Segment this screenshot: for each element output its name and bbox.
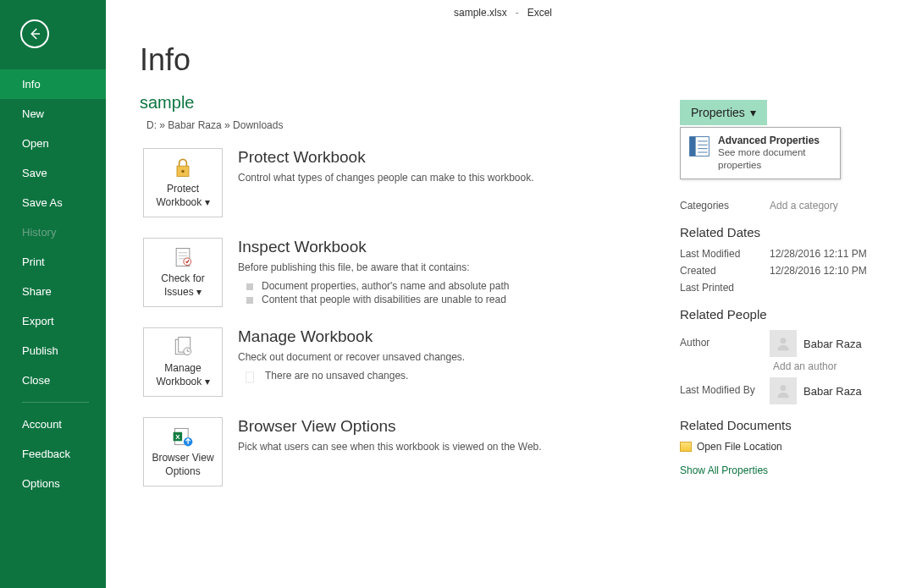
title-bar: sample.xlsx - Excel <box>106 0 900 25</box>
sidebar-item-new[interactable]: New <box>0 99 106 129</box>
sidebar-item-open[interactable]: Open <box>0 129 106 158</box>
properties-dropdown[interactable]: Properties ▾ <box>680 100 767 125</box>
last-modified-row: Last Modified 12/28/2016 12:11 PM <box>680 248 900 260</box>
properties-label: Properties <box>691 106 745 119</box>
inspect-bullet: Content that people with disabilities ar… <box>238 294 663 305</box>
categories-value[interactable]: Add a category <box>770 200 838 212</box>
browser-tile-label: Browser View Options <box>144 452 222 478</box>
last-printed-label: Last Printed <box>680 282 770 294</box>
manage-desc: Check out document or recover unsaved ch… <box>238 349 663 365</box>
related-dates-heading: Related Dates <box>680 225 900 239</box>
back-button[interactable] <box>20 19 49 48</box>
page-title: Info <box>140 42 663 78</box>
sidebar-item-feedback[interactable]: Feedback <box>0 439 106 469</box>
sidebar-item-history: History <box>0 217 106 247</box>
backstage-sidebar: Info New Open Save Save As History Print… <box>0 0 106 588</box>
open-file-location[interactable]: Open File Location <box>680 441 900 453</box>
last-modified-by-row: Last Modified By Babar Raza <box>680 377 900 404</box>
avatar <box>770 330 797 357</box>
inspect-section: Check for Issues ▾ Inspect Workbook Befo… <box>140 238 663 307</box>
manage-workbook-button[interactable]: Manage Workbook ▾ <box>143 327 223 397</box>
content: sample.xlsx - Excel Info sample D: » Bab… <box>106 0 900 588</box>
bullet-text: Content that people with disabilities ar… <box>262 294 506 305</box>
categories-label: Categories <box>680 200 770 212</box>
browser-title: Browser View Options <box>238 417 663 436</box>
inspect-bullet: Document properties, author's name and a… <box>238 280 663 292</box>
svg-point-1 <box>181 170 185 173</box>
created-label: Created <box>680 265 770 277</box>
manage-section: Manage Workbook ▾ Manage Workbook Check … <box>140 327 663 397</box>
related-documents-heading: Related Documents <box>680 418 900 432</box>
show-all-properties[interactable]: Show All Properties <box>680 464 900 476</box>
svg-point-14 <box>781 338 787 343</box>
open-file-location-label: Open File Location <box>697 441 782 453</box>
document-icon <box>245 371 257 383</box>
folder-icon <box>680 442 692 452</box>
sidebar-item-save-as[interactable]: Save As <box>0 188 106 217</box>
svg-text:X: X <box>175 433 180 441</box>
chevron-down-icon: ▾ <box>202 196 209 208</box>
sidebar-item-close[interactable]: Close <box>0 365 106 395</box>
manage-tile-label: Manage Workbook ▾ <box>144 362 222 388</box>
author-label: Author <box>680 330 770 349</box>
properties-panel: Properties ▾ Advanced Properties See mor… <box>680 25 900 588</box>
checklist-icon <box>171 245 195 269</box>
categories-row: Categories Add a category <box>680 200 900 212</box>
svg-rect-13 <box>690 137 696 157</box>
popover-desc: See more document properties <box>718 146 833 172</box>
author-row: Author Babar Raza Add an author <box>680 330 900 372</box>
sidebar-item-save[interactable]: Save <box>0 158 106 188</box>
manage-note: There are no unsaved changes. <box>265 370 408 382</box>
bullet-text: Document properties, author's name and a… <box>262 280 509 292</box>
created-value: 12/28/2016 12:10 PM <box>770 265 867 277</box>
protect-section: Protect Workbook ▾ Protect Workbook Cont… <box>140 148 663 217</box>
protect-workbook-button[interactable]: Protect Workbook ▾ <box>143 148 223 217</box>
title-app: Excel <box>527 7 552 19</box>
properties-icon <box>687 135 711 158</box>
protect-tile-label: Protect Workbook ▾ <box>144 183 222 209</box>
inspect-title: Inspect Workbook <box>238 238 663 256</box>
browser-section: X Browser View Options Browser View Opti… <box>140 417 663 486</box>
chevron-down-icon: ▾ <box>194 286 202 298</box>
svg-rect-7 <box>246 372 254 382</box>
sidebar-item-export[interactable]: Export <box>0 306 106 336</box>
svg-point-15 <box>781 385 787 391</box>
check-issues-tile-label: Check for Issues ▾ <box>144 272 222 299</box>
chevron-down-icon: ▾ <box>750 106 756 119</box>
avatar <box>770 377 797 404</box>
last-modified-by-label: Last Modified By <box>680 377 770 396</box>
author-name[interactable]: Babar Raza <box>803 338 862 350</box>
sidebar-item-options[interactable]: Options <box>0 469 106 498</box>
document-path[interactable]: D: » Babar Raza » Downloads <box>140 119 663 131</box>
sidebar-item-publish[interactable]: Publish <box>0 336 106 365</box>
document-name: sample <box>140 93 663 113</box>
last-modified-by-name[interactable]: Babar Raza <box>803 385 862 398</box>
advanced-properties-popover[interactable]: Advanced Properties See more document pr… <box>680 127 841 179</box>
person-icon <box>775 335 792 352</box>
inspect-bullets: Document properties, author's name and a… <box>238 280 663 305</box>
sidebar-item-account[interactable]: Account <box>0 409 106 439</box>
protect-title: Protect Workbook <box>238 148 663 167</box>
sidebar-item-print[interactable]: Print <box>0 247 106 277</box>
created-row: Created 12/28/2016 12:10 PM <box>680 265 900 277</box>
lock-icon <box>171 156 195 179</box>
last-modified-label: Last Modified <box>680 248 770 260</box>
bullet-icon <box>246 297 253 304</box>
browser-desc: Pick what users can see when this workbo… <box>238 439 663 454</box>
sidebar-items: Info New Open Save Save As History Print… <box>0 69 106 498</box>
sidebar-item-share[interactable]: Share <box>0 277 106 306</box>
sidebar-divider <box>22 402 89 403</box>
protect-desc: Control what types of changes people can… <box>238 170 663 185</box>
browser-view-button[interactable]: X Browser View Options <box>143 417 223 486</box>
check-issues-button[interactable]: Check for Issues ▾ <box>143 238 223 307</box>
person-icon <box>775 382 792 399</box>
document-stack-icon <box>171 335 195 359</box>
related-people-heading: Related People <box>680 307 900 321</box>
add-author[interactable]: Add an author <box>773 360 862 372</box>
sidebar-item-info[interactable]: Info <box>0 69 106 99</box>
arrow-left-icon <box>27 26 42 41</box>
title-filename: sample.xlsx <box>454 7 507 19</box>
last-modified-value: 12/28/2016 12:11 PM <box>770 248 867 260</box>
main-area: Info sample D: » Babar Raza » Downloads … <box>106 25 900 588</box>
left-column: Info sample D: » Babar Raza » Downloads … <box>140 25 680 588</box>
